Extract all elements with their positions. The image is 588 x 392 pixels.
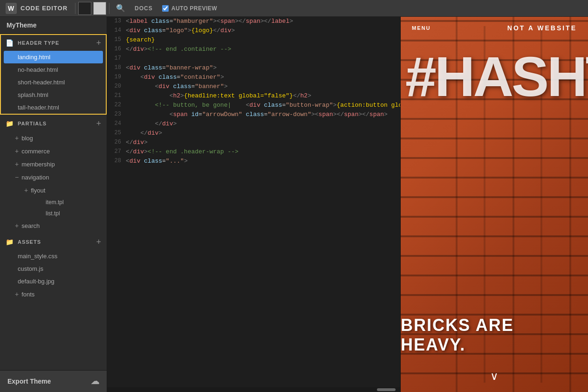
line-content: {search} [126,35,400,45]
line-content: <span id="arrowDown" class="arrow-down">… [126,110,400,119]
code-line: 19 <div class="container"> [107,73,400,82]
code-line: 23 <span id="arrowDown" class="arrow-dow… [107,110,400,119]
line-number: 23 [107,110,126,119]
sidebar-section-header-type: 📄 HEADER TYPE + landing.html no-header.h… [0,34,107,115]
line-number: 22 [107,101,126,110]
code-editor: 13<label class="hamburger"><span></span>… [107,17,401,392]
code-line: 25 </div> [107,129,400,138]
sidebar-item-blog[interactable]: + blog [10,131,106,144]
code-line: 24 </div> [107,119,400,129]
line-content: </div><!-- end .container --> [126,45,400,54]
code-line: 20 <div class="banner"> [107,82,400,91]
theme-dark-button[interactable] [78,2,91,15]
code-line: 27</div><!-- end .header-wrap --> [107,147,400,157]
export-theme-button[interactable]: Export Theme ☁ [0,370,107,392]
code-line: 26</div> [107,138,400,147]
preview-menu-label: MENU [412,25,431,31]
line-content: <div class="logo">{logo}</div> [126,26,400,35]
sidebar-item-search[interactable]: + search [10,219,106,232]
sidebar-file-list-tpl[interactable]: list.tpl [20,208,106,219]
sidebar-item-membership[interactable]: + membership [10,158,106,171]
line-number: 16 [107,45,126,54]
header-type-section-header[interactable]: 📄 HEADER TYPE + [1,35,106,51]
minus-icon-navigation: − [15,173,19,181]
sidebar-item-commerce[interactable]: + commerce [10,144,106,158]
auto-preview-toggle[interactable]: AUTO PREVIEW [157,5,222,12]
code-line: 17 [107,54,400,63]
line-number: 26 [107,138,126,147]
line-content: <div class="container"> [126,73,400,82]
file-icon: 📄 [6,39,14,47]
line-number: 13 [107,17,126,26]
flyout-label: flyout [31,187,45,194]
plus-icon-search: + [15,222,19,229]
line-number: 21 [107,91,126,101]
preview-hashtag: #HASHTAG [401,39,588,104]
code-content[interactable]: 13<label class="hamburger"><span></span>… [107,17,400,387]
assets-folder-icon: 📁 [6,238,14,246]
code-line: 21 <h2>{headline:text global="false"}</h… [107,91,400,101]
navigation-subgroup: + flyout item.tpl list.tpl [10,184,106,219]
line-number: 27 [107,147,126,157]
app-title: CODE EDITOR [21,5,68,12]
assets-section-header[interactable]: 📁 ASSETS + [1,234,106,250]
line-number: 25 [107,129,126,138]
sidebar-file-no-header[interactable]: no-header.html [1,63,106,76]
folder-icon: 📁 [6,120,14,127]
plus-icon-commerce: + [15,147,19,155]
logo-icon: W [6,3,17,14]
sidebar-file-item-tpl[interactable]: item.tpl [20,197,106,208]
app-logo: W CODE EDITOR [0,3,73,14]
code-line: 16</div><!-- end .container --> [107,45,400,54]
code-line: 15{search} [107,35,400,45]
header-type-add-button[interactable]: + [96,39,101,47]
preview-arrow: ∨ [490,370,499,383]
preview-banner: MENU NOT A WEBSITE #HASHTAG BRICKS ARE H… [401,17,588,392]
sidebar-file-landing[interactable]: landing.html [4,51,103,63]
sidebar-file-default-bg[interactable]: default-bg.jpg [1,275,106,288]
code-line: 13<label class="hamburger"><span></span>… [107,17,400,26]
assets-group: + fonts [1,288,106,301]
assets-label: ASSETS [18,239,41,245]
scroll-thumb[interactable] [377,388,396,391]
search-label: search [21,222,40,229]
line-content: <div class="..."> [126,157,400,166]
docs-link[interactable]: DOCS [130,5,157,12]
toolbar: W CODE EDITOR 🔍 DOCS AUTO PREVIEW [0,0,588,17]
line-content: </div> [126,119,400,129]
commerce-label: commerce [21,148,50,155]
search-icon[interactable]: 🔍 [111,4,130,13]
sidebar-section-assets: 📁 ASSETS + main_style.css custom.js defa… [0,233,107,302]
line-number: 15 [107,35,126,45]
blog-label: blog [21,135,33,142]
cloud-icon: ☁ [91,376,99,386]
line-content: <div class="banner-wrap"> [126,63,400,73]
line-content: <h2>{headline:text global="false"}</h2> [126,91,400,101]
toolbar-divider [75,3,75,14]
sidebar-item-fonts[interactable]: + fonts [10,288,106,301]
toolbar-divider2 [109,3,109,14]
theme-light-button[interactable] [93,2,106,15]
sidebar-file-custom-js[interactable]: custom.js [1,262,106,275]
membership-label: membership [21,161,55,168]
navigation-label: navigation [21,174,49,181]
partials-label: PARTIALS [18,121,47,126]
plus-icon-blog: + [15,134,19,142]
assets-add-button[interactable]: + [96,238,101,246]
sidebar-item-navigation[interactable]: − navigation [10,171,106,184]
code-scrollbar[interactable] [107,387,400,392]
preview-nav: MENU NOT A WEBSITE [401,17,588,39]
sidebar-file-splash[interactable]: splash.html [1,89,106,101]
sidebar-file-tall-header[interactable]: tall-header.html [1,101,106,114]
auto-preview-checkbox[interactable] [162,5,169,12]
sidebar-file-main-style[interactable]: main_style.css [1,250,106,262]
sidebar-file-short-header[interactable]: short-header.html [1,76,106,89]
code-line: 22 <!-- button, be gone| <div class="but… [107,101,400,110]
partials-section-header[interactable]: 📁 PARTIALS + [1,116,106,131]
plus-icon-membership: + [15,160,19,168]
header-type-label-group: 📄 HEADER TYPE [6,39,59,47]
sidebar-item-flyout[interactable]: + flyout [20,184,106,197]
code-line: 14<div class="logo">{logo}</div> [107,26,400,35]
partials-add-button[interactable]: + [96,119,101,128]
line-number: 17 [107,54,126,63]
